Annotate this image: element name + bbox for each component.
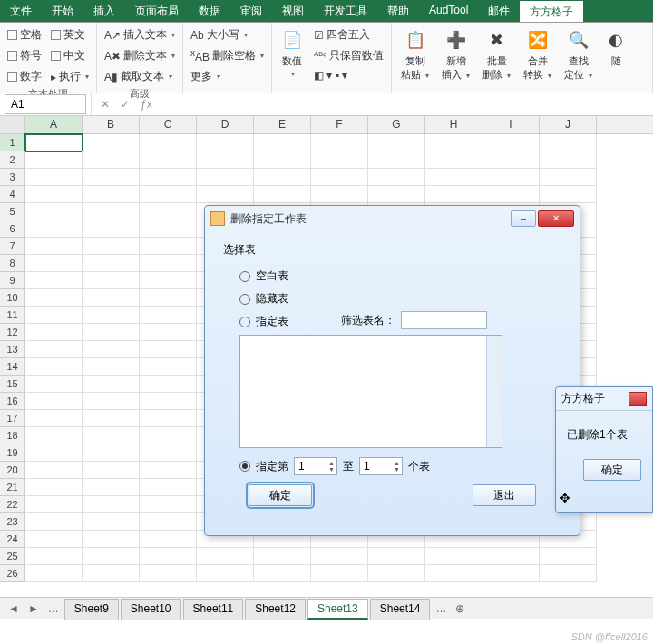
big-btn-1[interactable]: ➕新增插入 ▾ — [438, 25, 473, 83]
worksheet-grid[interactable]: ABCDEFGHIJ 12345678910111213141516171819… — [0, 116, 653, 597]
row-header[interactable]: 4 — [0, 186, 25, 203]
row-header[interactable]: 11 — [0, 307, 25, 324]
cell[interactable] — [140, 444, 197, 462]
cell[interactable] — [140, 393, 197, 410]
cell[interactable] — [83, 358, 140, 376]
cell[interactable] — [83, 513, 140, 531]
cell[interactable] — [197, 169, 254, 186]
cell[interactable] — [25, 393, 83, 410]
cell[interactable] — [368, 548, 425, 565]
cell[interactable] — [83, 220, 140, 238]
chk-number[interactable]: 数字 — [5, 67, 44, 86]
cell[interactable] — [140, 548, 197, 565]
cell[interactable] — [140, 513, 197, 531]
col-header[interactable]: I — [482, 116, 540, 133]
row-header[interactable]: 19 — [0, 444, 25, 462]
ribbon-tab-4[interactable]: 数据 — [189, 0, 230, 22]
cell[interactable] — [425, 186, 482, 203]
cell[interactable] — [254, 186, 311, 203]
cell[interactable] — [83, 479, 140, 496]
cell[interactable] — [83, 496, 140, 513]
ribbon-tab-1[interactable]: 开始 — [42, 0, 83, 22]
cell[interactable] — [83, 565, 140, 582]
cell[interactable] — [197, 151, 254, 169]
big-btn-2[interactable]: ✖批量删除 ▾ — [479, 25, 514, 83]
row-header[interactable]: 1 — [0, 134, 25, 151]
cell[interactable] — [25, 531, 83, 548]
cell[interactable] — [368, 134, 425, 151]
cell[interactable] — [83, 324, 140, 341]
cell[interactable] — [140, 134, 197, 151]
filter-input[interactable] — [401, 311, 487, 329]
chk-english[interactable]: 英文 — [49, 25, 91, 44]
cell[interactable] — [140, 289, 197, 307]
row-header[interactable]: 21 — [0, 479, 25, 496]
cell[interactable] — [83, 186, 140, 203]
cell[interactable] — [140, 358, 197, 376]
cell[interactable] — [25, 410, 83, 427]
btn-insert-text[interactable]: A↗插入文本▾ — [102, 25, 177, 44]
to-spinner[interactable]: 1▲▼ — [359, 457, 403, 475]
ribbon-tab-11[interactable]: 方方格子 — [520, 0, 583, 22]
cell[interactable] — [197, 186, 254, 203]
cell[interactable] — [83, 341, 140, 358]
cell[interactable] — [140, 341, 197, 358]
cell[interactable] — [25, 238, 83, 255]
select-all-corner[interactable] — [0, 116, 25, 133]
cell[interactable] — [25, 289, 83, 307]
cell[interactable] — [83, 203, 140, 220]
cell[interactable] — [482, 548, 540, 565]
cell[interactable] — [140, 255, 197, 272]
cell[interactable] — [540, 151, 597, 169]
cell[interactable] — [368, 186, 425, 203]
btn-case[interactable]: Ab大小写▾ — [189, 25, 266, 44]
cell[interactable] — [83, 531, 140, 548]
cell[interactable] — [25, 272, 83, 289]
cell[interactable] — [25, 462, 83, 479]
cell[interactable] — [425, 548, 482, 565]
cell[interactable] — [540, 169, 597, 186]
spin-down-icon[interactable]: ▼ — [394, 466, 400, 473]
cell[interactable] — [482, 151, 540, 169]
chk-symbol[interactable]: 符号 — [5, 46, 44, 65]
cell[interactable] — [540, 548, 597, 565]
cell[interactable] — [83, 444, 140, 462]
cell[interactable] — [425, 151, 482, 169]
cell[interactable] — [140, 531, 197, 548]
row-header[interactable]: 26 — [0, 565, 25, 582]
cell[interactable] — [83, 272, 140, 289]
cell[interactable] — [540, 186, 597, 203]
sheet-tab[interactable]: Sheet12 — [245, 599, 306, 620]
spin-up-icon[interactable]: ▲ — [328, 460, 335, 466]
row-header[interactable]: 24 — [0, 531, 25, 548]
cell[interactable] — [140, 427, 197, 444]
big-btn-5[interactable]: ◐随 — [601, 25, 630, 83]
cell[interactable] — [25, 479, 83, 496]
sheet-tab[interactable]: Sheet14 — [370, 599, 431, 620]
cell[interactable] — [25, 444, 83, 462]
cell[interactable] — [25, 358, 83, 376]
cell[interactable] — [482, 134, 540, 151]
sheet-nav-prev[interactable]: ◄ — [4, 602, 24, 615]
cell[interactable] — [140, 272, 197, 289]
sheet-nav-next[interactable]: ► — [24, 602, 44, 615]
cell[interactable] — [311, 548, 368, 565]
row-header[interactable]: 22 — [0, 496, 25, 513]
row-header[interactable]: 10 — [0, 289, 25, 307]
ribbon-tab-5[interactable]: 审阅 — [230, 0, 272, 22]
cell[interactable] — [140, 565, 197, 582]
cell[interactable] — [254, 548, 311, 565]
row-header[interactable]: 25 — [0, 548, 25, 565]
sheet-tab[interactable]: Sheet11 — [183, 599, 244, 620]
radio-hidden[interactable] — [239, 294, 250, 305]
btn-trim[interactable]: xAB删除空格▾ — [189, 46, 266, 65]
cell[interactable] — [482, 169, 540, 186]
cell[interactable] — [25, 186, 83, 203]
row-header[interactable]: 6 — [0, 220, 25, 238]
col-header[interactable]: B — [83, 116, 140, 133]
cell[interactable] — [25, 427, 83, 444]
cell[interactable] — [197, 565, 254, 582]
cell[interactable] — [140, 238, 197, 255]
cell[interactable] — [311, 169, 368, 186]
cell[interactable] — [83, 169, 140, 186]
